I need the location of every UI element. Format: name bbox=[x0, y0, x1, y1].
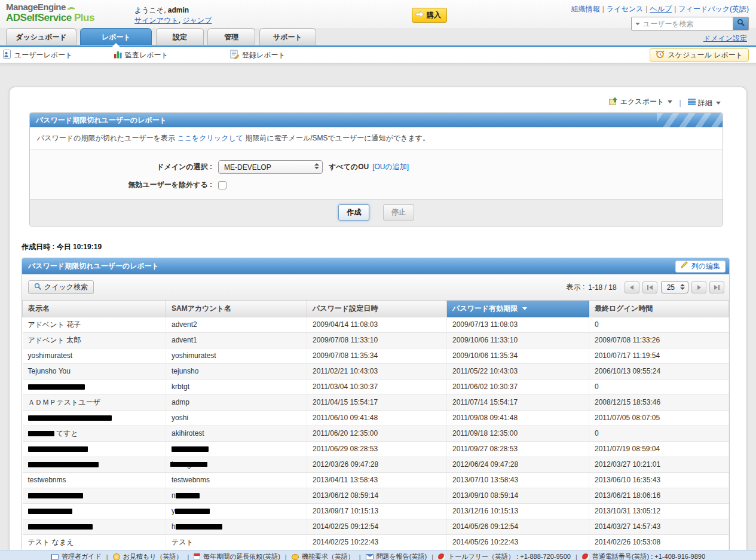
table-cell: yoshi bbox=[166, 410, 307, 426]
footer-link[interactable]: 問題を報告(英語) bbox=[377, 552, 427, 560]
domain-select[interactable]: ME-DEVELOP bbox=[218, 160, 323, 174]
quick-search-label: クイック検索 bbox=[44, 282, 88, 292]
redaction-bar bbox=[28, 493, 83, 498]
buy-button[interactable]: 購入 bbox=[412, 8, 447, 23]
top-links: 組織情報|ライセンス|ヘルプ|フィードバック(英語) bbox=[571, 4, 749, 14]
report-generator-header: パスワード期限切れユーザーのレポート bbox=[30, 113, 723, 127]
search-scope-caret-icon[interactable] bbox=[635, 23, 640, 25]
redaction-bar bbox=[28, 524, 93, 530]
app-header: ManageEngine ADSelfService Plus ようこそ, ad… bbox=[0, 0, 756, 28]
top-link[interactable]: ヘルプ bbox=[650, 5, 672, 13]
table-cell: 2014/02/26 10:53:08 bbox=[589, 534, 729, 550]
subnav-audit-reports[interactable]: 監査レポート bbox=[114, 50, 169, 60]
add-ou-link[interactable]: [OUの追加] bbox=[372, 162, 409, 172]
report-description: パスワードの期限が切れたユーザーを表示 ここをクリックして 期限前に電子メール/… bbox=[30, 127, 723, 150]
pencil-icon bbox=[681, 258, 689, 274]
sort-desc-icon bbox=[522, 307, 527, 310]
audit-report-icon bbox=[114, 50, 123, 60]
table-cell: 2011/07/14 15:54:17 bbox=[447, 394, 589, 410]
table-cell bbox=[166, 441, 307, 457]
column-sam-account[interactable]: SAMアカウント名 bbox=[166, 301, 307, 317]
table-cell: h bbox=[166, 519, 307, 534]
top-link[interactable]: 組織情報 bbox=[571, 5, 600, 13]
footer-link[interactable]: トールフリー（英語） : +1-888-720-9500 bbox=[448, 552, 571, 560]
table-actions-row: エクスポート | 詳細 bbox=[10, 87, 746, 112]
edit-columns-button[interactable]: 列の編集 bbox=[675, 261, 726, 273]
table-cell: 2013/07/10 13:58:43 bbox=[447, 472, 589, 488]
prev-page-button[interactable] bbox=[625, 281, 639, 293]
phone-icon bbox=[582, 553, 589, 560]
edit-columns-label: 列の編集 bbox=[691, 258, 720, 274]
footer-link[interactable]: 毎年期間の延長依頼(英語) bbox=[203, 552, 280, 560]
top-link[interactable]: フィードバック(英語) bbox=[678, 5, 749, 13]
schedule-report-button[interactable]: スケジュール レポート bbox=[650, 48, 749, 62]
link-separator: | bbox=[645, 5, 647, 13]
form-buttons-row: 作成 停止 bbox=[30, 199, 723, 226]
exclude-disabled-checkbox[interactable] bbox=[218, 181, 227, 189]
table-row: y2013/09/17 10:15:132013/12/16 10:15:132… bbox=[23, 503, 729, 519]
quick-search-button[interactable]: クイック検索 bbox=[28, 280, 94, 294]
top-link[interactable]: ライセンス bbox=[607, 5, 643, 13]
table-row: アドベント 太郎advent12009/07/08 11:33:102009/1… bbox=[23, 332, 729, 348]
footer-link[interactable]: お見積もり（英語） bbox=[123, 552, 183, 560]
table-cell: 2009/07/08 11:35:34 bbox=[307, 348, 447, 363]
table-cell bbox=[23, 519, 166, 534]
page-size-select[interactable]: 25 bbox=[661, 281, 688, 293]
tab-configuration[interactable]: 設定 bbox=[156, 28, 204, 45]
comma: , bbox=[179, 16, 180, 25]
footer-link[interactable]: 機能要求（英語） bbox=[302, 552, 354, 560]
table-header-row: 表示名 SAMアカウント名 パスワード設定日時 パスワード有効期限 最終ログイン… bbox=[23, 301, 729, 317]
user-search-input[interactable] bbox=[642, 19, 733, 29]
all-ou-label: すべてのOU bbox=[329, 162, 369, 172]
footer-separator: | bbox=[187, 553, 189, 560]
generate-button[interactable]: 作成 bbox=[338, 204, 369, 221]
footer-link[interactable]: 普通電話番号(英語) : +1-408-916-9890 bbox=[592, 552, 705, 560]
table-cell: 2011/09/27 08:28:53 bbox=[447, 441, 589, 457]
export-caret-icon bbox=[668, 100, 672, 103]
domain-settings-link[interactable]: ドメイン設定 bbox=[703, 33, 747, 44]
tab-support[interactable]: サポート bbox=[259, 28, 316, 45]
details-menu[interactable]: 詳細 bbox=[688, 98, 721, 108]
signout-link[interactable]: サインアウト bbox=[134, 16, 179, 25]
subnav-enrollment-reports[interactable]: 登録レポート bbox=[230, 50, 286, 61]
report-generator-panel: パスワード期限切れユーザーのレポート パスワードの期限が切れたユーザーを表示 こ… bbox=[29, 112, 723, 227]
column-password-set-time[interactable]: パスワード設定日時 bbox=[307, 301, 447, 317]
redaction-bar bbox=[176, 524, 222, 530]
footer-link[interactable]: 管理者ガイド bbox=[62, 552, 102, 560]
content-panel: エクスポート | 詳細 パスワード期限切れユーザーのレポート パスワードの期限が… bbox=[9, 87, 747, 560]
next-page-button[interactable] bbox=[691, 281, 706, 293]
report-result-panel: パスワード期限切れユーザーのレポート 列の編集 クイック検索 表示 : 1-18… bbox=[22, 258, 730, 560]
table-cell: 2011/06/20 12:35:00 bbox=[307, 426, 447, 441]
column-display-name[interactable]: 表示名 bbox=[23, 301, 166, 317]
redacted-text: hasegawa bbox=[172, 460, 204, 469]
table-row: testwebnmstestwebnms2013/04/11 13:58:432… bbox=[23, 472, 729, 488]
table-cell: 2009/10/06 11:33:10 bbox=[447, 332, 589, 348]
book-icon bbox=[51, 554, 59, 560]
subnav-user-reports[interactable]: ユーザーレポート bbox=[3, 50, 72, 61]
tab-dashboard[interactable]: ダッシュボード bbox=[6, 28, 76, 45]
column-password-expiry[interactable]: パスワード有効期限 bbox=[447, 301, 589, 317]
footer-separator: | bbox=[576, 553, 577, 560]
schedule-report-label: スケジュール レポート bbox=[668, 50, 743, 60]
subnav-audit-reports-label: 監査レポート bbox=[125, 50, 169, 60]
last-page-button[interactable] bbox=[709, 281, 724, 293]
table-toolbar: クイック検索 表示 : 1-18 / 18 25 bbox=[22, 274, 729, 301]
table-row: 2011/06/29 08:28:532011/09/27 08:28:5320… bbox=[23, 441, 729, 457]
page-size-arrows-icon bbox=[680, 284, 685, 290]
buy-button-label: 購入 bbox=[427, 10, 441, 20]
tab-admin[interactable]: 管理 bbox=[207, 28, 255, 45]
tab-reports[interactable]: レポート bbox=[80, 28, 152, 45]
main-tab-bar: ダッシュボード レポート 設定 管理 サポート ドメイン設定 bbox=[0, 28, 756, 45]
export-menu[interactable]: エクスポート bbox=[609, 97, 672, 107]
actions-separator: | bbox=[680, 99, 681, 107]
jump-link[interactable]: ジャンプ bbox=[182, 16, 212, 25]
table-cell: 2010/07/17 11:19:54 bbox=[589, 348, 729, 363]
column-last-logon[interactable]: 最終ログイン時間 bbox=[589, 301, 729, 317]
app-logo: ManageEngine ADSelfService Plus bbox=[6, 2, 94, 23]
first-page-button[interactable] bbox=[642, 281, 657, 293]
table-row: krbtgt2011/03/04 10:30:372011/06/02 10:3… bbox=[23, 379, 729, 394]
table-row: Tejunsho Youtejunsho2011/02/21 10:43:032… bbox=[23, 363, 729, 379]
select-arrows-icon bbox=[314, 163, 319, 169]
notify-users-link[interactable]: ここをクリックして bbox=[177, 134, 243, 142]
table-cell bbox=[23, 379, 166, 394]
